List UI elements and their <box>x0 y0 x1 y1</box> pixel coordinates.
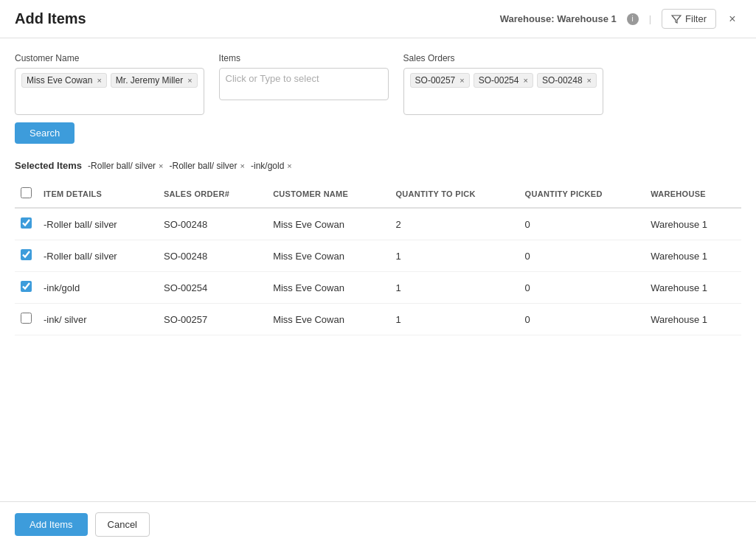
row-qty-to-pick-2: 1 <box>389 272 519 304</box>
sales-orders-input[interactable]: SO-00257 × SO-00254 × SO-00248 × <box>403 68 603 115</box>
so-tag-1-remove[interactable]: × <box>460 76 464 85</box>
selected-items-row: Selected Items -Roller ball/ silver × -R… <box>0 151 756 180</box>
col-qty-picked: Quantity Picked <box>519 180 645 208</box>
col-customer-name: Customer Name <box>267 180 389 208</box>
row-warehouse-1: Warehouse 1 <box>645 240 741 272</box>
table-row: -ink/ silver SO-00257 Miss Eve Cowan 1 0… <box>15 304 741 335</box>
row-warehouse-3: Warehouse 1 <box>645 304 741 335</box>
row-item-1: -Roller ball/ silver <box>38 240 158 272</box>
row-checkbox-3[interactable] <box>21 313 32 324</box>
so-tag-3-label: SO-00248 <box>542 75 583 86</box>
selected-item-3: -ink/gold × <box>251 161 292 171</box>
table-body: -Roller ball/ silver SO-00248 Miss Eve C… <box>15 208 741 335</box>
row-checkbox-cell-2 <box>15 272 38 304</box>
select-all-col <box>15 180 38 208</box>
selected-item-1: -Roller ball/ silver × <box>88 161 163 171</box>
selected-item-2-remove[interactable]: × <box>240 161 245 170</box>
customer-name-group: Customer Name Miss Eve Cowan × Mr. Jerem… <box>15 53 204 115</box>
row-item-2: -ink/gold <box>38 272 158 304</box>
selected-item-1-remove[interactable]: × <box>159 161 163 170</box>
row-checkbox-cell-3 <box>15 304 38 335</box>
so-tag-3-remove[interactable]: × <box>587 76 592 85</box>
table-row: -Roller ball/ silver SO-00248 Miss Eve C… <box>15 208 741 240</box>
items-table: Item Details Sales Order# Customer Name … <box>15 180 741 335</box>
so-tag-1-label: SO-00257 <box>415 75 456 86</box>
row-customer-3: Miss Eve Cowan <box>267 304 389 335</box>
selected-item-3-remove[interactable]: × <box>287 161 291 170</box>
row-item-0: -Roller ball/ silver <box>38 208 158 240</box>
so-tag-3: SO-00248 × <box>537 73 597 88</box>
so-tag-2-remove[interactable]: × <box>523 76 527 85</box>
table-row: -ink/gold SO-00254 Miss Eve Cowan 1 0 Wa… <box>15 272 741 304</box>
table-header-row: Item Details Sales Order# Customer Name … <box>15 180 741 208</box>
row-customer-0: Miss Eve Cowan <box>267 208 389 240</box>
add-items-button[interactable]: Add Items <box>15 513 88 536</box>
row-sales-order-0: SO-00248 <box>158 208 267 240</box>
warehouse-label: Warehouse: Warehouse 1 <box>500 13 617 24</box>
row-sales-order-2: SO-00254 <box>158 272 267 304</box>
row-item-3: -ink/ silver <box>38 304 158 335</box>
row-warehouse-0: Warehouse 1 <box>645 208 741 240</box>
selected-items-label: Selected Items <box>15 160 82 171</box>
cancel-button[interactable]: Cancel <box>95 512 150 537</box>
sales-orders-label: Sales Orders <box>403 53 603 63</box>
col-qty-to-pick: Quantity to Pick <box>389 180 519 208</box>
items-placeholder: Click or Type to select <box>226 73 319 84</box>
row-checkbox-0[interactable] <box>21 217 32 229</box>
selected-item-1-name: -Roller ball/ silver <box>88 161 156 171</box>
customer-tag-1-remove[interactable]: × <box>97 76 101 85</box>
selected-item-2-name: -Roller ball/ silver <box>170 161 237 171</box>
col-warehouse: Warehouse <box>645 180 741 208</box>
row-sales-order-3: SO-00257 <box>158 304 267 335</box>
customer-name-label: Customer Name <box>15 53 204 63</box>
info-icon[interactable]: i <box>627 13 639 25</box>
row-qty-to-pick-3: 1 <box>389 304 519 335</box>
divider: | <box>649 13 651 24</box>
selected-item-2: -Roller ball/ silver × <box>170 161 245 171</box>
row-checkbox-1[interactable] <box>21 249 32 260</box>
customer-tag-2-remove[interactable]: × <box>187 76 192 85</box>
filter-button[interactable]: Filter <box>662 9 716 29</box>
close-button[interactable]: × <box>724 10 741 28</box>
row-customer-1: Miss Eve Cowan <box>267 240 389 272</box>
customer-tag-1-label: Miss Eve Cowan <box>27 75 92 86</box>
page-title: Add Items <box>15 10 86 27</box>
customer-tag-2: Mr. Jeremy Miller × <box>111 73 198 88</box>
customer-tag-2-label: Mr. Jeremy Miller <box>116 75 183 86</box>
row-qty-to-pick-1: 1 <box>389 240 519 272</box>
items-group: Items Click or Type to select <box>219 53 389 100</box>
filter-section: Customer Name Miss Eve Cowan × Mr. Jerem… <box>0 38 756 151</box>
so-tag-2: SO-00254 × <box>474 73 533 88</box>
row-qty-picked-0: 0 <box>519 208 645 240</box>
row-checkbox-cell-0 <box>15 208 38 240</box>
col-item-details: Item Details <box>38 180 158 208</box>
filter-row: Customer Name Miss Eve Cowan × Mr. Jerem… <box>15 53 741 115</box>
selected-item-3-name: -ink/gold <box>251 161 284 171</box>
row-qty-to-pick-0: 2 <box>389 208 519 240</box>
row-warehouse-2: Warehouse 1 <box>645 272 741 304</box>
sales-orders-group: Sales Orders SO-00257 × SO-00254 × SO-00… <box>403 53 603 115</box>
items-input[interactable]: Click or Type to select <box>219 68 389 100</box>
footer: Add Items Cancel <box>0 501 756 547</box>
row-qty-picked-1: 0 <box>519 240 645 272</box>
filter-icon <box>671 14 682 24</box>
so-tag-1: SO-00257 × <box>410 73 470 88</box>
select-all-checkbox[interactable] <box>21 187 32 198</box>
search-button[interactable]: Search <box>15 122 74 144</box>
header: Add Items Warehouse: Warehouse 1 i | Fil… <box>0 0 756 38</box>
row-sales-order-1: SO-00248 <box>158 240 267 272</box>
items-label: Items <box>219 53 389 63</box>
table-row: -Roller ball/ silver SO-00248 Miss Eve C… <box>15 240 741 272</box>
row-customer-2: Miss Eve Cowan <box>267 272 389 304</box>
header-right: Warehouse: Warehouse 1 i | Filter × <box>500 9 741 29</box>
row-qty-picked-3: 0 <box>519 304 645 335</box>
row-checkbox-cell-1 <box>15 240 38 272</box>
table-wrapper: Item Details Sales Order# Customer Name … <box>0 180 756 501</box>
col-sales-order: Sales Order# <box>158 180 267 208</box>
row-qty-picked-2: 0 <box>519 272 645 304</box>
customer-tag-1: Miss Eve Cowan × <box>21 73 107 88</box>
row-checkbox-2[interactable] <box>21 281 32 292</box>
so-tag-2-label: SO-00254 <box>479 75 519 86</box>
customer-name-input[interactable]: Miss Eve Cowan × Mr. Jeremy Miller × <box>15 68 204 115</box>
